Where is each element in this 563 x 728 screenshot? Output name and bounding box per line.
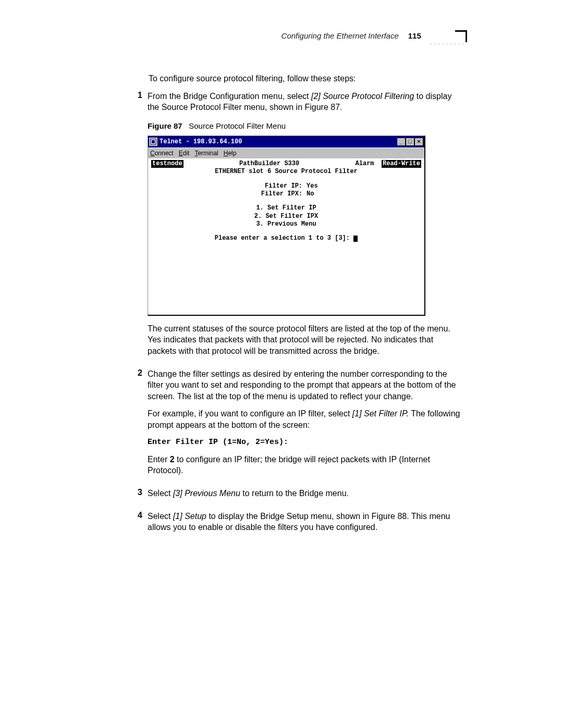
menu-item-3: 3. Previous Menu	[151, 220, 421, 228]
text: Select	[148, 489, 173, 498]
text: to return to the Bridge menu.	[240, 489, 349, 498]
mode-label: Read-Write	[382, 160, 421, 168]
step-3-text: Select [3] Previous Menu to return to th…	[148, 488, 464, 499]
step-number: 3	[133, 488, 142, 505]
filter-ipx-value: No	[307, 190, 314, 198]
step-1: 1 From the Bridge Configuration menu, se…	[149, 91, 464, 363]
page-header: Configuring the Ethernet Interface 115 ·…	[149, 31, 464, 47]
cursor-icon	[353, 236, 358, 242]
menu-item-2: 2. Set Filter IPX	[151, 213, 421, 220]
filter-ipx-label: Filter IPX:	[151, 190, 307, 198]
text: For example, if you want to configure an…	[148, 409, 352, 418]
telnet-window: Telnet - 198.93.64.100 _ □ × Connect Edi…	[148, 135, 425, 316]
prompt-line: Please enter a selection 1 to 3 [3]:	[151, 235, 421, 242]
after-figure-paragraph: The current statuses of the source proto…	[148, 323, 464, 357]
code-prompt: Enter Filter IP (1=No, 2=Yes):	[148, 437, 464, 448]
close-button[interactable]: ×	[414, 138, 423, 146]
text: From the Bridge Configuration menu, sele…	[148, 92, 311, 101]
step-number: 2	[133, 368, 142, 483]
window-menubar: Connect Edit Terminal Help	[148, 147, 424, 158]
app-icon	[149, 138, 157, 146]
menu-help[interactable]: Help	[224, 150, 237, 157]
step-2-p1: Change the filter settings as desired by…	[148, 368, 464, 402]
window-title: Telnet - 198.93.64.100	[160, 138, 397, 145]
header-section-title: Configuring the Ethernet Interface	[282, 31, 399, 40]
figure-label: Figure 87	[148, 121, 182, 130]
prompt-text: Please enter a selection 1 to 3 [3]:	[215, 235, 353, 242]
step-4: 4 Select [1] Setup to display the Bridge…	[149, 511, 464, 539]
text: to configure an IP filter; the bridge wi…	[148, 455, 430, 475]
text: Select	[148, 512, 173, 521]
step-4-text: Select [1] Setup to display the Bridge S…	[148, 511, 464, 533]
window-titlebar: Telnet - 198.93.64.100 _ □ ×	[148, 136, 424, 147]
svg-rect-1	[152, 140, 155, 143]
menu-edit[interactable]: Edit	[179, 150, 190, 157]
intro-paragraph: To configure source protocol filtering, …	[149, 73, 464, 84]
step-2: 2 Change the filter settings as desired …	[149, 368, 464, 483]
figure-title: Source Protocol Filter Menu	[189, 121, 286, 130]
menu-reference: [1] Set Filter IP.	[352, 409, 409, 418]
node-name: testnode	[151, 160, 183, 168]
step-2-p3: Enter 2 to configure an IP filter; the b…	[148, 454, 464, 476]
text: Enter	[148, 455, 170, 464]
bold-value: 2	[170, 455, 175, 464]
menu-reference: [1] Setup	[173, 512, 206, 521]
menu-reference: [2] Source Protocol Filtering	[311, 92, 414, 101]
menu-connect[interactable]: Connect	[150, 150, 174, 157]
step-number: 4	[133, 511, 142, 539]
step-2-p2: For example, if you want to configure an…	[148, 408, 464, 430]
filter-ip-value: Yes	[307, 182, 318, 190]
step-3: 3 Select [3] Previous Menu to return to …	[149, 488, 464, 505]
header-decoration: · · · · · · · · ·	[431, 30, 464, 47]
menu-item-1: 1. Set Filter IP	[151, 204, 421, 212]
figure-caption: Figure 87 Source Protocol Filter Menu	[148, 121, 464, 130]
alarm-label: Alarm	[356, 160, 374, 168]
screen-subtitle: ETHERNET slot 6 Source Protocol Filter	[151, 168, 421, 176]
filter-ip-label: Filter IP:	[151, 182, 307, 190]
menu-reference: [3] Previous Menu	[173, 489, 240, 498]
step-1-text: From the Bridge Configuration menu, sele…	[148, 91, 464, 113]
menu-terminal[interactable]: Terminal	[194, 150, 218, 157]
terminal-body: testnode PathBuilder S330 Alarm Read-Wri…	[148, 158, 424, 315]
page-number: 115	[408, 31, 421, 40]
step-number: 1	[133, 91, 142, 363]
minimize-button[interactable]: _	[397, 138, 406, 146]
product-name: PathBuilder S330	[183, 160, 356, 168]
maximize-button[interactable]: □	[406, 138, 414, 146]
